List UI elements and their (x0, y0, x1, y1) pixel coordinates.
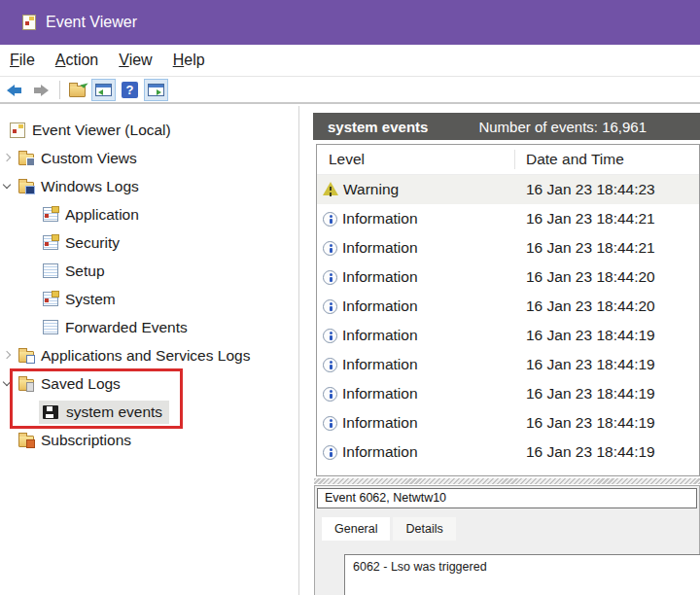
show-action-pane-button[interactable] (144, 79, 168, 101)
level-icon (323, 182, 338, 195)
expand-chevron-icon[interactable] (23, 404, 39, 420)
tree-item-label: Application (65, 206, 139, 224)
menu-view[interactable]: View (117, 48, 154, 73)
datetime-label: 16 Jan 23 18:44:20 (526, 298, 655, 315)
help-button[interactable] (118, 79, 142, 101)
tree-item-custom-views[interactable]: Custom Views (0, 144, 298, 172)
event-detail-title: Event 6062, Netwtw10 (317, 488, 697, 508)
level-icon (323, 416, 337, 431)
datetime-label: 16 Jan 23 18:44:19 (526, 414, 655, 432)
event-message: 6062 - Lso was triggered (353, 560, 487, 574)
tree-item-icon (43, 207, 58, 222)
tree-item-forwarded-events[interactable]: Forwarded Events (0, 313, 298, 341)
toolbar-icon (148, 84, 164, 96)
tree-item-system[interactable]: System (0, 285, 298, 313)
tree-item-icon (43, 292, 58, 306)
tree-item-label: Applications and Services Logs (41, 347, 250, 365)
datetime-label: 16 Jan 23 18:44:21 (526, 239, 655, 257)
tree-item-setup[interactable]: Setup (0, 257, 298, 285)
tree-item-application[interactable]: Application (0, 200, 298, 228)
level-icon (323, 358, 337, 372)
level-icon (323, 270, 337, 285)
event-detail-pane: Event 6062, Netwtw10 GeneralDetails 6062… (314, 485, 700, 595)
detail-tabs: GeneralDetails (322, 517, 699, 541)
level-label: Information (342, 298, 418, 315)
level-icon (323, 241, 337, 256)
tree-item-system-events[interactable]: system events (0, 398, 298, 426)
datetime-label: 16 Jan 23 18:44:19 (526, 385, 655, 402)
tree-item-label: System (65, 291, 116, 308)
tree-item-app-services-logs[interactable]: Applications and Services Logs (0, 341, 298, 369)
event-row[interactable]: Information 16 Jan 23 18:44:20 (317, 262, 699, 292)
event-row[interactable]: Information 16 Jan 23 18:44:19 (317, 438, 699, 467)
menu-action[interactable]: Action (53, 48, 100, 73)
open-saved-log-button[interactable] (65, 79, 89, 101)
expand-chevron-icon[interactable] (0, 151, 16, 166)
expand-chevron-icon[interactable] (23, 292, 39, 307)
expand-chevron-icon[interactable] (23, 320, 39, 335)
toolbar-icon (7, 85, 22, 96)
tree-item-label: Custom Views (41, 150, 137, 167)
tree-item-security[interactable]: Security (0, 228, 298, 257)
window-title: Event Viewer (46, 14, 137, 31)
forward-button[interactable] (28, 79, 52, 101)
tree-item-icon (18, 154, 34, 165)
tree-item-icon (18, 436, 34, 447)
event-row[interactable]: Information 16 Jan 23 18:44:20 (317, 292, 699, 321)
tree-item-icon (18, 351, 34, 363)
event-row[interactable]: Information 16 Jan 23 18:44:19 (317, 379, 699, 408)
tab-details[interactable]: Details (393, 517, 455, 541)
column-header-date[interactable]: Date and Time (526, 151, 624, 168)
titlebar[interactable]: Event Viewer (0, 0, 700, 45)
tree-item-icon (18, 379, 34, 391)
show-console-tree-button[interactable] (91, 79, 116, 101)
menu-file[interactable]: File (8, 48, 37, 73)
menubar: FileActionViewHelp (0, 45, 700, 77)
event-row[interactable]: Information 16 Jan 23 18:44:21 (317, 233, 699, 262)
tree-item-subscriptions[interactable]: Subscriptions (0, 426, 298, 454)
tree-item-label: Windows Logs (41, 178, 139, 195)
column-header-level[interactable]: Level (317, 151, 365, 168)
events-list-header: system events Number of events: 16,961 (313, 113, 700, 140)
level-icon (323, 329, 337, 343)
expand-chevron-icon[interactable] (0, 433, 16, 448)
toolbar-separator (59, 81, 60, 99)
level-label: Information (342, 239, 418, 257)
expand-chevron-icon[interactable] (0, 348, 16, 364)
level-icon (323, 212, 337, 227)
expand-chevron-icon[interactable] (0, 179, 16, 194)
datetime-label: 16 Jan 23 18:44:19 (526, 443, 655, 461)
datetime-label: 16 Jan 23 18:44:23 (526, 181, 655, 198)
tree-item-icon (43, 263, 58, 278)
tree-item-event-viewer-local[interactable]: Event Viewer (Local) (0, 116, 298, 144)
events-panel: system events Number of events: 16,961 L… (313, 106, 700, 595)
back-button[interactable] (2, 79, 26, 101)
event-row[interactable]: Warning 16 Jan 23 18:44:23 (317, 175, 699, 204)
level-label: Information (342, 414, 418, 432)
expand-chevron-icon[interactable] (0, 376, 16, 392)
event-row[interactable]: Information 16 Jan 23 18:44:19 (317, 408, 699, 438)
tab-general[interactable]: General (322, 517, 390, 541)
tree-item-label: Saved Logs (41, 375, 121, 393)
expand-chevron-icon[interactable] (23, 207, 39, 223)
event-message-box[interactable]: 6062 - Lso was triggered (344, 554, 700, 595)
level-label: Information (342, 385, 418, 402)
event-row[interactable]: Information 16 Jan 23 18:44:19 (317, 321, 699, 350)
tree-item-windows-logs[interactable]: Windows Logs (0, 172, 298, 200)
level-label: Information (342, 210, 418, 228)
tree-item-icon (43, 405, 58, 419)
level-icon (323, 387, 337, 402)
event-row[interactable]: Information 16 Jan 23 18:44:21 (317, 204, 699, 233)
expand-chevron-icon[interactable] (23, 263, 39, 279)
event-row[interactable]: Information 16 Jan 23 18:44:19 (317, 350, 699, 379)
menu-help[interactable]: Help (171, 48, 207, 73)
tree-item-saved-logs[interactable]: Saved Logs (0, 369, 298, 398)
level-label: Warning (343, 181, 399, 198)
pane-splitter[interactable] (314, 478, 700, 484)
tree-item-label: Event Viewer (Local) (32, 122, 171, 139)
tree-item-icon (10, 122, 25, 138)
toolbar (0, 78, 700, 104)
level-label: Information (342, 443, 418, 461)
tree-item-icon (43, 320, 58, 334)
expand-chevron-icon[interactable] (23, 235, 39, 251)
